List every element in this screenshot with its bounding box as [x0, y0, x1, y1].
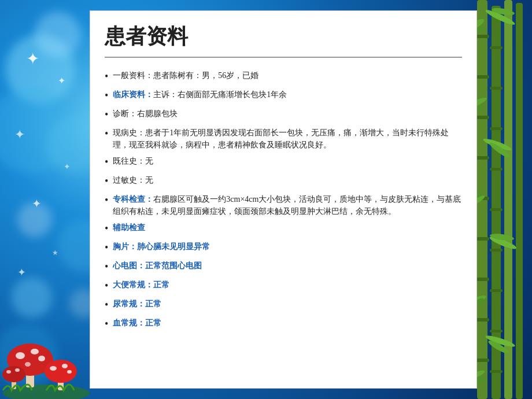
bullet-text: 一般资料：患者陈树有：男，56岁，已婚 — [113, 69, 258, 82]
bullet-text: 专科检查：右腮腺区可触及一约3cm×4cm大小包块，活动良可，质地中等，与皮肤无… — [113, 193, 462, 217]
svg-point-44 — [31, 349, 39, 354]
svg-point-43 — [16, 352, 25, 359]
bullet-text: 既往史：无 — [113, 155, 153, 167]
svg-rect-13 — [490, 46, 503, 49]
svg-rect-7 — [475, 156, 489, 160]
svg-rect-20 — [490, 330, 503, 332]
list-item-allergy: 过敏史：无 — [105, 174, 462, 189]
item-content: 患者于1年前无明显诱因发现右面部长一包块，无压痛，痛，渐增大，当时未行特殊处理，… — [113, 128, 449, 149]
item-prefix-blue: 辅助检查 — [113, 223, 145, 232]
item-full-blue: 心电图：正常范围心电图 — [113, 261, 202, 270]
item-prefix: 诊断： — [113, 109, 137, 118]
content-panel: 患者资料 一般资料：患者陈树有：男，56岁，已婚 临床资料：主诉：右侧面部无痛渐… — [90, 10, 477, 389]
item-prefix: 一般资料： — [113, 71, 153, 80]
page-title: 患者资料 — [105, 23, 462, 58]
list-item-blood: 血常规：正常 — [105, 317, 462, 332]
bullet-text: 临床资料：主诉：右侧面部无痛渐增长包块1年余 — [113, 88, 287, 101]
item-content: 患者陈树有：男，56岁，已婚 — [153, 71, 258, 80]
list-item-auxiliary: 辅助检查 — [105, 221, 462, 237]
mushroom-decoration — [0, 283, 93, 399]
item-prefix: 现病史： — [113, 128, 145, 137]
item-full-blue: 大便常规：正常 — [113, 280, 169, 289]
svg-point-53 — [2, 366, 25, 382]
svg-rect-14 — [490, 87, 503, 90]
svg-rect-15 — [490, 127, 503, 130]
item-content: 右腮腺区可触及一约3cm×4cm大小包块，活动良可，质地中等，与皮肤无粘连，与基… — [113, 195, 461, 216]
svg-point-48 — [45, 360, 77, 383]
list-item-history: 现病史：患者于1年前无明显诱因发现右面部长一包块，无压痛，痛，渐增大，当时未行特… — [105, 127, 462, 151]
svg-point-46 — [25, 362, 31, 367]
item-content: 主诉：右侧面部无痛渐增长包块1年余 — [153, 90, 287, 99]
svg-rect-19 — [490, 289, 503, 292]
item-content: 无 — [145, 157, 153, 165]
bamboo-decoration — [468, 0, 532, 399]
bullet-text: 心电图：正常范围心电图 — [113, 260, 202, 272]
svg-point-54 — [6, 370, 11, 374]
item-prefix-blue: 专科检查： — [113, 195, 153, 204]
item-content: 右腮腺包块 — [137, 109, 178, 118]
item-full-blue: 血常规：正常 — [113, 319, 161, 327]
bullet-text: 辅助检查 — [113, 221, 145, 234]
list-item-stool: 大便常规：正常 — [105, 279, 462, 294]
list-item-diagnosis: 诊断：右腮腺包块 — [105, 108, 462, 123]
svg-rect-9 — [475, 237, 489, 241]
svg-point-51 — [67, 370, 72, 374]
bullet-text: 血常规：正常 — [113, 317, 161, 329]
bullet-text: 大便常规：正常 — [113, 279, 169, 291]
svg-point-55 — [15, 368, 20, 372]
list-item-general: 一般资料：患者陈树有：男，56岁，已婚 — [105, 69, 462, 84]
svg-rect-4 — [475, 35, 489, 38]
svg-rect-17 — [490, 208, 503, 211]
svg-rect-18 — [490, 249, 503, 252]
svg-point-45 — [38, 356, 45, 361]
svg-point-49 — [50, 366, 57, 371]
item-prefix-blue: 临床资料： — [113, 90, 153, 99]
item-full-blue: 胸片：肺心膈未见明显异常 — [113, 242, 210, 251]
list-item-chest: 胸片：肺心膈未见明显异常 — [105, 241, 462, 256]
list-item-specialist: 专科检查：右腮腺区可触及一约3cm×4cm大小包块，活动良可，质地中等，与皮肤无… — [105, 193, 462, 217]
bullet-text: 诊断：右腮腺包块 — [113, 108, 178, 120]
svg-rect-6 — [475, 116, 489, 119]
svg-rect-3 — [516, 3, 523, 399]
item-prefix: 过敏史： — [113, 176, 145, 184]
list-item-ecg: 心电图：正常范围心电图 — [105, 260, 462, 275]
item-full-blue: 尿常规：正常 — [113, 300, 161, 308]
bullet-text: 胸片：肺心膈未见明显异常 — [113, 241, 210, 253]
svg-rect-11 — [475, 318, 489, 322]
item-content: 无 — [145, 176, 153, 184]
bullet-list: 一般资料：患者陈树有：男，56岁，已婚 临床资料：主诉：右侧面部无痛渐增长包块1… — [105, 69, 462, 332]
item-prefix: 既往史： — [113, 157, 145, 165]
list-item-urine: 尿常规：正常 — [105, 298, 462, 313]
list-item-past: 既往史：无 — [105, 155, 462, 170]
svg-rect-21 — [490, 370, 503, 373]
bullet-text: 现病史：患者于1年前无明显诱因发现右面部长一包块，无压痛，痛，渐增大，当时未行特… — [113, 127, 462, 151]
bullet-text: 尿常规：正常 — [113, 298, 161, 310]
svg-rect-2 — [504, 0, 512, 399]
svg-rect-10 — [475, 278, 489, 281]
svg-point-50 — [62, 364, 68, 368]
bullet-text: 过敏史：无 — [113, 174, 153, 186]
list-item-clinical: 临床资料：主诉：右侧面部无痛渐增长包块1年余 — [105, 88, 462, 104]
svg-rect-16 — [490, 168, 503, 171]
svg-rect-12 — [475, 359, 489, 362]
svg-rect-5 — [475, 75, 489, 79]
